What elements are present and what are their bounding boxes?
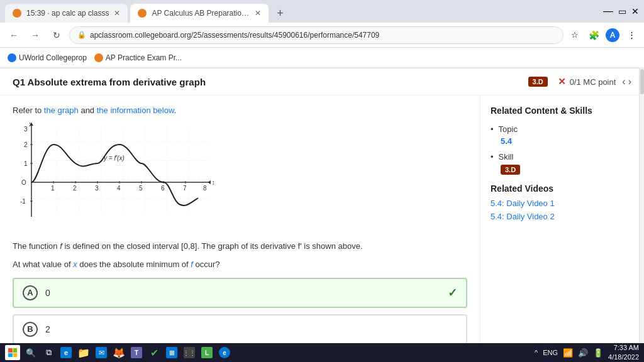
ap-favicon	[94, 53, 103, 62]
answer-choice-b[interactable]: B 2	[13, 314, 467, 344]
topic-value: 5.4	[501, 136, 634, 146]
svg-text:1: 1	[51, 185, 55, 192]
svg-text:3: 3	[95, 185, 99, 192]
score-text: 0/1 MC point	[570, 77, 616, 87]
skill-section-label: • Skill	[491, 152, 634, 162]
nav-bar: ← → ↻ 🔒 apclassroom.collegeboard.org/25/…	[0, 23, 644, 48]
browser-chrome: 15:39 · ap calc ap classs ✕ AP Calculus …	[0, 0, 644, 69]
svg-text:x: x	[213, 179, 214, 186]
window-restore[interactable]: ▭	[618, 6, 626, 16]
tab2-title: AP Calculus AB Preparation for A	[152, 9, 250, 18]
score-x-icon: ✕	[558, 76, 566, 87]
svg-rect-0	[31, 126, 208, 214]
next-question-button[interactable]: ›	[628, 76, 631, 87]
tab2-favicon	[138, 9, 147, 18]
page-content: Q1 Absolute extrema from derivative grap…	[0, 69, 644, 344]
tab1-favicon	[13, 9, 21, 18]
svg-text:y = f'(x): y = f'(x)	[103, 155, 125, 162]
question-nav-arrows: ‹ ›	[622, 76, 631, 87]
svg-marker-3	[208, 180, 211, 184]
choice-letter-b: B	[23, 322, 38, 337]
svg-text:2: 2	[73, 185, 77, 192]
new-tab-button[interactable]: +	[271, 4, 289, 22]
refer-text: Refer to the graph and the information b…	[13, 106, 467, 115]
time-display: 7:33 AM	[608, 343, 639, 344]
uworld-favicon	[8, 53, 16, 62]
bookmarks-bar: UWorld Collegeprop AP Practice Exam Pr..…	[0, 48, 644, 68]
svg-text:O: O	[21, 179, 26, 186]
lock-icon: 🔒	[77, 31, 86, 39]
main-layout: Refer to the graph and the information b…	[0, 96, 644, 344]
back-button[interactable]: ←	[5, 26, 23, 44]
question-header: Q1 Absolute extrema from derivative grap…	[0, 69, 644, 96]
taskbar-right: ^ ENG 📶 🔊 🔋 7:33 AM 4/18/2022	[535, 343, 639, 344]
tab-2[interactable]: AP Calculus AB Preparation for A ✕	[130, 4, 269, 23]
svg-text:2: 2	[24, 141, 28, 148]
forward-button[interactable]: →	[26, 26, 44, 44]
window-close[interactable]: ✕	[631, 6, 639, 16]
choice-letter-a: A	[23, 285, 38, 300]
problem-text: The function f is defined on the closed …	[13, 240, 467, 253]
svg-text:-1: -1	[20, 198, 26, 205]
topic-section-label: • Topic	[491, 124, 634, 134]
tab-1[interactable]: 15:39 · ap calc ap classs ✕	[5, 4, 128, 23]
svg-text:1: 1	[24, 160, 28, 167]
bookmark-uworld[interactable]: UWorld Collegeprop	[8, 53, 87, 62]
reload-button[interactable]: ↻	[48, 26, 65, 44]
svg-text:5: 5	[139, 185, 143, 192]
scrollbar[interactable]	[639, 96, 644, 343]
choice-text-b: 2	[45, 324, 50, 334]
answer-choice-a[interactable]: A 0 ✓	[13, 278, 467, 308]
topic-label: Topic	[499, 124, 518, 134]
extension-icon[interactable]: 🧩	[586, 28, 601, 43]
question-badge: 3.D	[528, 77, 548, 87]
skill-bullet: •	[491, 152, 494, 162]
derivative-graph: x y 1 2 3 4 5 6 7 8 O 1 2 3 -1	[13, 123, 214, 229]
svg-text:8: 8	[203, 185, 207, 192]
tab-bar: 15:39 · ap calc ap classs ✕ AP Calculus …	[0, 0, 644, 23]
left-panel: Refer to the graph and the information b…	[0, 96, 480, 344]
video-link-1[interactable]: 5.4: Daily Video 1	[491, 199, 634, 208]
address-text: apclassroom.collegeboard.org/25/assessme…	[90, 31, 379, 40]
svg-text:3: 3	[24, 126, 28, 133]
bookmark-star-icon[interactable]: ☆	[567, 28, 582, 43]
tab2-close[interactable]: ✕	[255, 9, 261, 18]
prev-question-button[interactable]: ‹	[622, 76, 625, 87]
graph-area: x y 1 2 3 4 5 6 7 8 O 1 2 3 -1	[13, 123, 467, 231]
skill-badge: 3.D	[501, 165, 520, 175]
taskbar: 🔍 ⧉ e 📁 ✉ 🦊 T ✔ ⊞ ⋮⋮ L e ^ ENG 📶 🔊 🔋 7:3…	[0, 343, 644, 344]
video-link-2[interactable]: 5.4: Daily Video 2	[491, 212, 634, 221]
topic-bullet: •	[491, 124, 494, 134]
correct-checkmark: ✓	[448, 286, 457, 300]
window-minimize[interactable]: ―	[603, 6, 613, 17]
profile-icon[interactable]: A	[605, 28, 620, 43]
right-panel: Related Content & Skills • Topic 5.4 • S…	[480, 96, 644, 344]
taskbar-time: 7:33 AM 4/18/2022	[608, 343, 639, 344]
graph-link[interactable]: the graph	[44, 106, 79, 115]
address-bar[interactable]: 🔒 apclassroom.collegeboard.org/25/assess…	[69, 26, 564, 44]
nav-icons: ☆ 🧩 A ⋮	[567, 28, 639, 43]
more-menu-icon[interactable]: ⋮	[624, 28, 639, 43]
skill-label: Skill	[499, 152, 514, 162]
related-content-title: Related Content & Skills	[491, 106, 634, 116]
score-info: ✕ 0/1 MC point	[558, 76, 616, 87]
svg-text:7: 7	[183, 185, 187, 192]
svg-text:4: 4	[117, 185, 121, 192]
svg-text:6: 6	[161, 185, 165, 192]
bookmark-ap[interactable]: AP Practice Exam Pr...	[94, 53, 182, 62]
bookmark-ap-label: AP Practice Exam Pr...	[106, 53, 182, 62]
related-videos-title: Related Videos	[491, 184, 634, 194]
bookmark-uworld-label: UWorld Collegeprop	[19, 53, 87, 62]
choice-text-a: 0	[45, 288, 50, 298]
information-link[interactable]: the information below	[97, 106, 174, 115]
tab1-title: 15:39 · ap calc ap classs	[26, 9, 109, 18]
tab1-close[interactable]: ✕	[114, 9, 120, 18]
question-text: At what value of x does the absolute min…	[13, 260, 467, 269]
question-title: Q1 Absolute extrema from derivative grap…	[13, 77, 528, 87]
svg-text:y: y	[29, 123, 32, 126]
